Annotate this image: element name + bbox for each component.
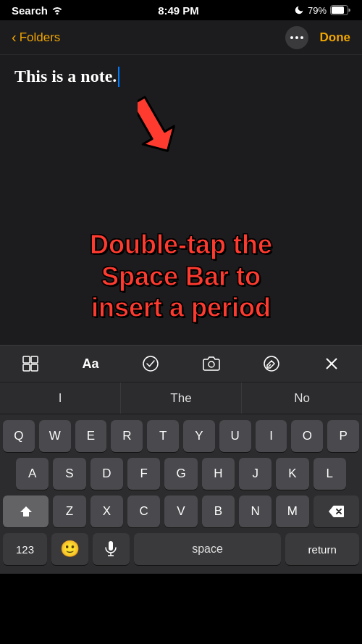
battery-text: 79%	[308, 5, 327, 16]
camera-icon	[203, 355, 220, 372]
arrow-icon	[138, 91, 195, 164]
key-row-4: 123 🙂 space return	[3, 533, 359, 565]
key-v[interactable]: V	[164, 495, 197, 527]
wifi-icon	[51, 6, 63, 14]
key-c[interactable]: C	[127, 495, 160, 527]
svg-marker-15	[20, 506, 32, 517]
status-carrier: Search	[12, 4, 63, 17]
svg-marker-5	[138, 92, 183, 160]
key-b[interactable]: B	[202, 495, 235, 527]
key-row-2: A S D F G H J K L	[3, 458, 359, 490]
nav-bar: ‹ Folders Done	[0, 20, 362, 55]
mic-key[interactable]	[93, 533, 130, 565]
svg-rect-16	[109, 541, 113, 551]
format-button[interactable]: Aa	[76, 349, 105, 378]
note-text: This is a note.	[14, 67, 348, 87]
svg-rect-6	[23, 356, 30, 363]
key-y[interactable]: Y	[183, 420, 215, 452]
key-u[interactable]: U	[219, 420, 251, 452]
text-cursor	[118, 67, 119, 87]
space-key[interactable]: space	[134, 533, 281, 565]
chevron-left-icon: ‹	[12, 29, 17, 46]
numbers-key[interactable]: 123	[3, 533, 47, 565]
svg-rect-8	[23, 364, 30, 371]
key-h[interactable]: H	[202, 458, 235, 490]
microphone-icon	[105, 541, 117, 557]
table-button[interactable]	[16, 349, 45, 378]
ellipsis-icon	[290, 36, 303, 39]
key-n[interactable]: N	[239, 495, 272, 527]
autocomplete-item-2[interactable]: No	[242, 382, 362, 414]
status-bar: Search 8:49 PM 79%	[0, 0, 362, 20]
key-o[interactable]: O	[291, 420, 323, 452]
key-x[interactable]: X	[90, 495, 123, 527]
grid-icon	[22, 355, 39, 372]
svg-point-4	[300, 36, 303, 39]
key-w[interactable]: W	[39, 420, 71, 452]
back-label: Folders	[20, 30, 61, 45]
key-k[interactable]: K	[276, 458, 308, 490]
note-area[interactable]: This is a note. Double-tap the Space Bar…	[0, 55, 362, 345]
key-f[interactable]: F	[127, 458, 160, 490]
key-l[interactable]: L	[313, 458, 346, 490]
close-icon	[325, 357, 338, 370]
key-r[interactable]: R	[111, 420, 143, 452]
keyboard: Q W E R T Y U I O P A S D F G H J K L Z …	[0, 414, 362, 574]
emoji-key[interactable]: 🙂	[51, 533, 88, 565]
nav-actions: Done	[285, 26, 351, 49]
status-time: 8:49 PM	[158, 4, 199, 17]
done-button[interactable]: Done	[320, 30, 351, 45]
key-e[interactable]: E	[75, 420, 107, 452]
key-a[interactable]: A	[16, 458, 49, 490]
carrier-text: Search	[12, 4, 48, 17]
key-p[interactable]: P	[327, 420, 359, 452]
more-button[interactable]	[285, 26, 308, 49]
delete-icon	[328, 506, 344, 517]
key-m[interactable]: M	[276, 495, 308, 527]
shift-icon	[20, 505, 33, 518]
checklist-button[interactable]	[136, 349, 165, 378]
checkmark-circle-icon	[142, 355, 159, 372]
arrow-container	[138, 91, 195, 167]
close-toolbar-button[interactable]	[317, 349, 346, 378]
key-s[interactable]: S	[53, 458, 85, 490]
markup-button[interactable]	[257, 349, 286, 378]
svg-rect-9	[31, 364, 38, 371]
key-t[interactable]: T	[147, 420, 179, 452]
svg-rect-1	[332, 7, 344, 14]
instruction-text: Double-tap the Space Bar to insert a per…	[14, 229, 348, 323]
text-format-icon: Aa	[82, 356, 98, 372]
autocomplete-item-1[interactable]: The	[121, 382, 242, 414]
key-g[interactable]: G	[164, 458, 197, 490]
delete-key[interactable]	[313, 495, 359, 527]
autocomplete-item-0[interactable]: I	[0, 382, 121, 414]
key-z[interactable]: Z	[53, 495, 85, 527]
key-i[interactable]: I	[256, 420, 287, 452]
shift-key[interactable]	[3, 495, 49, 527]
svg-point-2	[290, 36, 293, 39]
svg-point-10	[143, 356, 158, 371]
key-row-1: Q W E R T Y U I O P	[3, 420, 359, 452]
key-row-3: Z X C V B N M	[3, 495, 359, 527]
key-q[interactable]: Q	[3, 420, 35, 452]
battery-icon	[330, 5, 350, 15]
instruction-container: Double-tap the Space Bar to insert a per…	[0, 229, 362, 323]
svg-rect-7	[31, 356, 38, 363]
svg-point-3	[295, 36, 298, 39]
autocomplete-bar: I The No	[0, 382, 362, 414]
note-toolbar: Aa	[0, 345, 362, 382]
return-key[interactable]: return	[285, 533, 359, 565]
svg-point-11	[209, 361, 214, 367]
pencil-tip-icon	[263, 355, 280, 372]
key-d[interactable]: D	[90, 458, 123, 490]
camera-button[interactable]	[197, 349, 226, 378]
status-right: 79%	[294, 5, 350, 16]
back-button[interactable]: ‹ Folders	[12, 30, 60, 46]
svg-point-12	[264, 356, 279, 371]
moon-icon	[294, 5, 304, 15]
key-j[interactable]: J	[239, 458, 272, 490]
